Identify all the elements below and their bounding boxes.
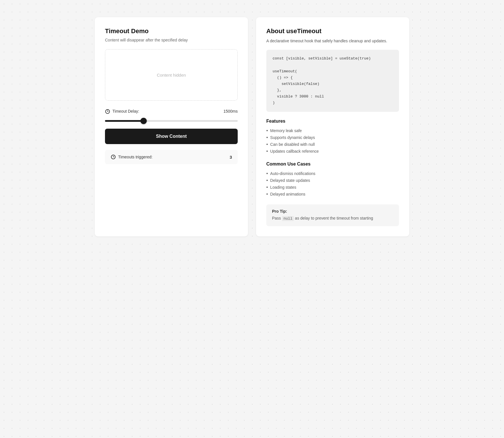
delay-row: Timeout Delay: 1500ms xyxy=(105,109,238,114)
use-case-item: Loading states xyxy=(266,184,399,191)
delay-label-group: Timeout Delay: xyxy=(105,109,139,114)
pro-tip-text-after: as delay to prevent the timeout from sta… xyxy=(294,216,373,220)
right-card-title: About useTimeout xyxy=(266,27,399,35)
content-hidden-label: Content hidden xyxy=(157,73,186,77)
left-card: Timeout Demo Content will disappear afte… xyxy=(95,17,248,236)
slider-container xyxy=(105,118,238,123)
page-container: Timeout Demo Content will disappear afte… xyxy=(95,17,409,236)
pro-tip-box: Pro Tip: Pass null as delay to prevent t… xyxy=(266,204,399,226)
about-description: A declarative timeout hook that safely h… xyxy=(266,38,399,44)
show-content-button[interactable]: Show Content xyxy=(105,129,238,144)
features-list: Memory leak safe Supports dynamic delays… xyxy=(266,127,399,155)
timeout-delay-slider[interactable] xyxy=(105,120,238,122)
use-case-item: Delayed animations xyxy=(266,191,399,198)
code-block: const [visible, setVisible] = useState(t… xyxy=(266,50,399,112)
pro-tip-text-before: Pass xyxy=(272,216,282,220)
pro-tip-text: Pass null as delay to prevent the timeou… xyxy=(272,215,393,222)
clock-icon xyxy=(111,154,116,160)
delay-value-text: 1500ms xyxy=(223,109,238,114)
triggered-label-text: Timeouts triggered: xyxy=(118,155,152,159)
delay-label-text: Timeout Delay: xyxy=(112,109,139,114)
feature-item: Memory leak safe xyxy=(266,127,399,134)
use-cases-heading: Common Use Cases xyxy=(266,162,399,167)
right-card: About useTimeout A declarative timeout h… xyxy=(256,17,409,236)
use-case-item: Auto-dismiss notifications xyxy=(266,170,399,177)
use-case-item: Delayed state updates xyxy=(266,177,399,184)
use-cases-list: Auto-dismiss notifications Delayed state… xyxy=(266,170,399,198)
pro-tip-label: Pro Tip: xyxy=(272,209,393,214)
content-display-box: Content hidden xyxy=(105,49,238,101)
left-card-subtitle: Content will disappear after the specifi… xyxy=(105,38,238,42)
features-heading: Features xyxy=(266,119,399,124)
feature-item: Updates callback reference xyxy=(266,148,399,155)
feature-item: Can be disabled with null xyxy=(266,141,399,148)
triggered-box: Timeouts triggered: 3 xyxy=(105,150,238,164)
triggered-count-value: 3 xyxy=(230,155,232,160)
triggered-label-group: Timeouts triggered: xyxy=(111,154,152,160)
timer-icon xyxy=(105,109,110,114)
pro-tip-code: null xyxy=(282,216,294,221)
feature-item: Supports dynamic delays xyxy=(266,134,399,141)
left-card-title: Timeout Demo xyxy=(105,27,238,35)
